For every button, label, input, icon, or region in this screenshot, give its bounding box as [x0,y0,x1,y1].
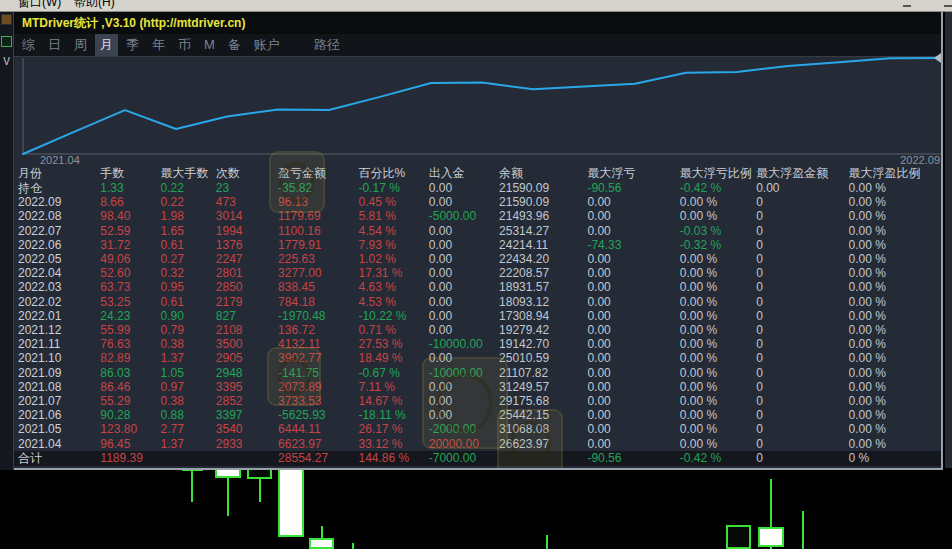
minimize-icon[interactable] [903,5,911,7]
value-cell: 18093.12 [499,295,587,309]
value-cell: 1.98 [161,209,216,223]
value-cell: 0.00 [587,408,679,422]
value-cell: 6444.11 [278,422,358,436]
table-row[interactable]: 2022.0898.401.9830141179.695.81 %-5000.0… [14,209,943,223]
value-cell: 0 [756,323,848,337]
toolbar-item-0[interactable]: 综 [17,34,40,56]
toolbar-item-2[interactable]: 周 [69,34,92,56]
value-cell: 1779.91 [278,238,358,252]
toolbar-item-4[interactable]: 季 [121,34,144,56]
value-cell: 4.63 % [358,280,428,294]
table-row[interactable]: 2022.0363.730.952850838.454.63 %0.001893… [14,280,943,294]
toolbar-item-9[interactable]: 账户 [249,34,285,56]
toolbar-item-3[interactable]: 月 [95,34,118,56]
value-cell: 0.00 % [680,437,756,451]
table-row[interactable]: 2022.0253.250.612179784.184.53 %0.001809… [14,295,943,309]
table-row[interactable]: 2022.0124.230.90827-1970.48-10.22 %0.001… [14,309,943,323]
table-row[interactable]: 2021.05123.802.7735406444.1126.17 %-2000… [14,422,943,436]
value-cell: 1.33 [100,181,160,195]
value-cell: 1179.69 [278,209,358,223]
value-cell: 0 [756,366,848,380]
value-cell: 0.00 [429,266,499,280]
month-cell: 2022.04 [14,266,100,280]
value-cell: 0 [756,238,848,252]
value-cell: 0.79 [161,323,216,337]
table-row[interactable]: 2021.1255.990.792108136.720.71 %0.001927… [14,323,943,337]
value-cell: 31068.08 [499,422,587,436]
candle-wick [802,511,804,549]
value-cell: 784.18 [278,295,358,309]
value-cell: 3902.77 [278,351,358,365]
window-control-icon[interactable] [944,5,952,7]
value-cell: 0.00 [429,252,499,266]
toolbar-item-path[interactable]: 路径 [314,35,340,55]
value-cell: 55.99 [100,323,160,337]
table-row[interactable]: 2021.0986.031.052948-141.75-0.67 %-10000… [14,366,943,380]
table-row[interactable]: 2021.1176.630.3835004132.1127.53 %-10000… [14,337,943,351]
value-cell: 2247 [216,252,278,266]
image-icon[interactable] [1,36,12,47]
month-cell: 2022.03 [14,280,100,294]
value-cell: 0.00 % [680,323,756,337]
value-cell: 144.86 % [358,451,428,467]
window-title-bar[interactable]: MTDriver统计 ,V3.10 (http://mtdriver.cn) [14,12,941,34]
value-cell: -35.82 [278,181,358,195]
table-row[interactable]: 2022.0631.720.6113761779.917.93 %0.00242… [14,238,943,252]
value-cell: -7000.00 [429,451,499,467]
table-row[interactable]: 2021.0755.290.3828523733.5314.67 %0.0029… [14,394,943,408]
value-cell: 0.00 % [849,266,943,280]
toolbar-item-8[interactable]: 备 [223,34,246,56]
value-cell: -141.75 [278,366,358,380]
stats-window: MTDriver统计 ,V3.10 (http://mtdriver.cn) 综… [14,12,943,470]
value-cell: 0 [756,252,848,266]
doc-icon[interactable] [1,14,12,25]
value-cell: 28554.27 [278,451,358,467]
toolbar-item-5[interactable]: 年 [147,34,170,56]
table-total-row[interactable]: 合计1189.3928554.27144.86 %-7000.00-90.56-… [14,451,943,467]
table-row[interactable]: 持仓1.330.2223-35.82-0.17 %0.0021590.09-90… [14,181,943,195]
menu-item-window[interactable]: 窗口(W) [18,0,61,11]
value-cell: 22208.57 [499,266,587,280]
value-cell: 0.00 % [849,437,943,451]
table-row[interactable]: 2022.0452.600.3228013277.0017.31 %0.0022… [14,266,943,280]
value-cell: -0.17 % [358,181,428,195]
table-row[interactable]: 2022.0549.060.272247225.631.02 %0.002243… [14,252,943,266]
value-cell: 0.88 [161,408,216,422]
value-cell: 1994 [216,224,278,238]
value-cell: 82.89 [100,351,160,365]
value-cell: -10000.00 [429,366,499,380]
value-cell: 225.63 [278,252,358,266]
toolbar-item-1[interactable]: 日 [43,34,66,56]
candle-wick [321,526,323,538]
toolbar-item-7[interactable]: M [199,34,220,56]
value-cell: 5.81 % [358,209,428,223]
value-cell: 2801 [216,266,278,280]
value-cell: 0.00 [429,351,499,365]
value-cell: 0.00 [587,209,679,223]
table-row[interactable]: 2021.0886.460.9733952073.897.11 %0.00312… [14,380,943,394]
value-cell: 0.00 % [680,280,756,294]
value-cell: 0 [756,209,848,223]
value-cell [499,451,587,467]
menu-item-help[interactable]: 帮助(H) [74,0,115,11]
value-cell: 52.60 [100,266,160,280]
table-row[interactable]: 2022.0752.591.6519941100.164.54 %0.00253… [14,224,943,238]
value-cell: -1970.48 [278,309,358,323]
table-row[interactable]: 2021.0496.451.3729336623.9733.12 %20000.… [14,437,943,451]
candle-body [758,527,784,547]
value-cell: 827 [216,309,278,323]
value-cell: 18931.57 [499,280,587,294]
table-row[interactable]: 2021.1082.891.3729053902.7718.49 %0.0025… [14,351,943,365]
month-cell: 2021.05 [14,422,100,436]
scroll-left-arrow-icon[interactable] [934,53,941,63]
value-cell: 0.00 [587,280,679,294]
value-cell: 0 [756,408,848,422]
toolbar-item-6[interactable]: 币 [173,34,196,56]
value-cell: 0.00 % [680,209,756,223]
value-cell: 7.11 % [358,380,428,394]
table-row[interactable]: 2021.0690.280.883397-5625.93-18.11 %0.00… [14,408,943,422]
candle-body [278,468,304,537]
value-cell: 0.00 % [849,408,943,422]
month-cell: 2022.08 [14,209,100,223]
table-row[interactable]: 2022.098.660.2247396.130.45 %0.0021590.0… [14,195,943,209]
